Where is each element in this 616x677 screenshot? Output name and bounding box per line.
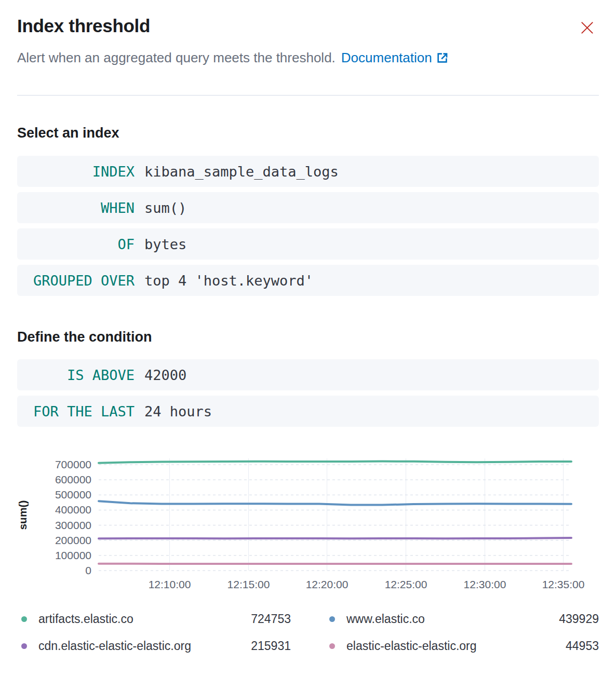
- legend-series-name: artifacts.elastic.co: [38, 612, 133, 626]
- header-divider: [17, 95, 599, 96]
- expression-label: GROUPED OVER: [31, 273, 135, 289]
- svg-text:700000: 700000: [55, 458, 91, 470]
- legend-dot: [329, 616, 335, 622]
- expression-value: kibana_sample_data_logs: [144, 164, 592, 180]
- svg-text:200000: 200000: [55, 534, 91, 546]
- legend-series-name: www.elastic.co: [346, 612, 425, 626]
- external-link-icon: [437, 52, 448, 63]
- legend-item: cdn.elastic-elastic-elastic.org 215931: [17, 637, 291, 655]
- chart-canvas: 12:10:0012:15:0012:20:0012:25:0012:30:00…: [17, 452, 600, 593]
- subtitle-text: Alert when an aggregated query meets the…: [17, 50, 336, 66]
- expression-time-window[interactable]: FOR THE LAST 24 hours: [17, 396, 599, 427]
- expression-value: 24 hours: [144, 403, 592, 419]
- expression-value: bytes: [144, 236, 592, 252]
- legend-series-value: 215931: [251, 639, 291, 653]
- svg-text:0: 0: [85, 564, 91, 576]
- svg-text:300000: 300000: [55, 519, 91, 531]
- threshold-preview-chart: sum() 12:10:0012:15:0012:20:0012:25:0012…: [17, 452, 599, 595]
- legend-dot: [21, 643, 27, 649]
- close-icon: [580, 29, 594, 36]
- chart-legend: artifacts.elastic.co 724753 www.elastic.…: [17, 610, 599, 655]
- legend-item: elastic-elastic-elastic.org 44953: [325, 637, 599, 655]
- svg-text:12:30:00: 12:30:00: [464, 578, 506, 590]
- expression-index[interactable]: INDEX kibana_sample_data_logs: [17, 156, 599, 187]
- select-index-heading: Select an index: [17, 125, 599, 141]
- y-axis-title: sum(): [17, 494, 30, 536]
- subtitle: Alert when an aggregated query meets the…: [17, 50, 599, 66]
- expression-value: top 4 'host.keyword': [144, 273, 592, 289]
- legend-series-name: elastic-elastic-elastic.org: [346, 639, 477, 653]
- legend-series-name: cdn.elastic-elastic-elastic.org: [38, 639, 191, 653]
- legend-item: artifacts.elastic.co 724753: [17, 610, 291, 628]
- expression-label: WHEN: [31, 200, 135, 216]
- page-title: Index threshold: [17, 16, 599, 36]
- expression-label: FOR THE LAST: [31, 403, 135, 419]
- legend-dot: [329, 643, 335, 649]
- svg-text:12:25:00: 12:25:00: [385, 578, 427, 590]
- documentation-link[interactable]: Documentation: [341, 50, 448, 66]
- expression-value: 42000: [144, 367, 592, 383]
- expression-label: IS ABOVE: [31, 367, 135, 383]
- svg-text:12:20:00: 12:20:00: [306, 578, 349, 590]
- expression-label: OF: [31, 236, 135, 252]
- index-threshold-flyout: Index threshold Alert when an aggregated…: [0, 0, 616, 677]
- expression-of[interactable]: OF bytes: [17, 228, 599, 260]
- legend-dot: [21, 616, 27, 622]
- expression-value: sum(): [144, 200, 592, 216]
- svg-text:12:10:00: 12:10:00: [149, 578, 191, 590]
- svg-text:400000: 400000: [55, 504, 91, 516]
- expression-grouped-over[interactable]: GROUPED OVER top 4 'host.keyword': [17, 265, 599, 296]
- legend-item: www.elastic.co 439929: [325, 610, 599, 628]
- svg-text:500000: 500000: [55, 489, 91, 500]
- expression-label: INDEX: [31, 164, 135, 180]
- svg-text:600000: 600000: [55, 473, 91, 485]
- expression-when[interactable]: WHEN sum(): [17, 192, 599, 223]
- legend-series-value: 439929: [559, 612, 599, 626]
- svg-text:12:15:00: 12:15:00: [227, 578, 270, 590]
- expression-threshold[interactable]: IS ABOVE 42000: [17, 359, 599, 390]
- svg-text:100000: 100000: [55, 549, 91, 561]
- legend-series-value: 724753: [251, 612, 291, 626]
- close-button[interactable]: [579, 20, 595, 36]
- svg-text:12:35:00: 12:35:00: [542, 578, 585, 590]
- define-condition-heading: Define the condition: [17, 329, 599, 345]
- legend-series-value: 44953: [566, 639, 599, 653]
